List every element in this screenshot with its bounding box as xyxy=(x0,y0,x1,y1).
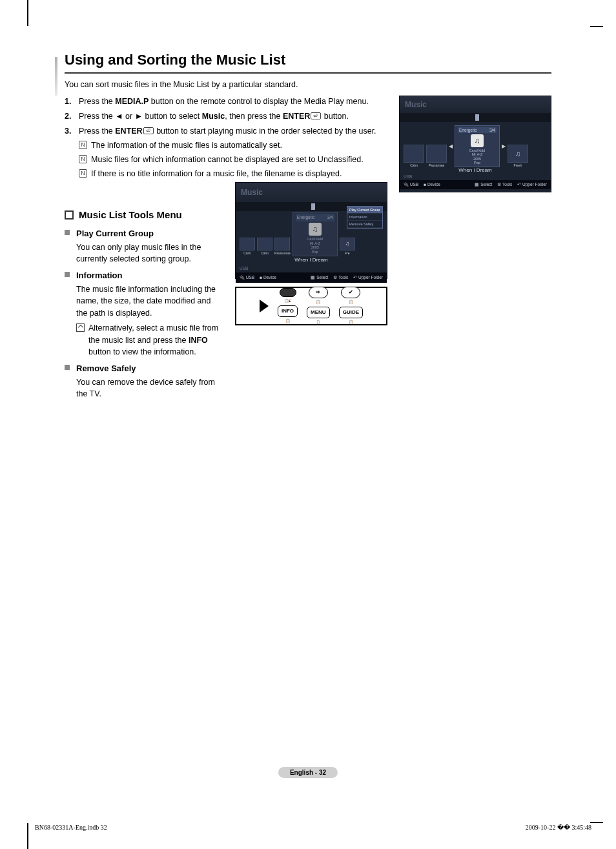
sub-title: Remove Safely xyxy=(76,362,223,375)
side-strip xyxy=(55,57,57,96)
remote-button xyxy=(341,287,360,298)
note-line: N The information of the music files is … xyxy=(79,139,387,152)
step-number: 1. xyxy=(65,96,79,108)
shot-header: Music xyxy=(236,183,387,202)
crop-mark xyxy=(27,823,28,849)
thumb xyxy=(426,145,447,163)
page-number-badge: English - 32 xyxy=(278,767,338,778)
enter-icon xyxy=(143,127,154,134)
shot-bar xyxy=(400,113,551,122)
song-name: When I Dream xyxy=(400,167,551,173)
shot-header: Music xyxy=(400,96,551,113)
thumb: ♫ xyxy=(340,238,355,251)
center-card: Energetic3/4 ♫ Carol kidd Mr A-Z 2005 Po… xyxy=(455,125,500,167)
screenshot-music-list: Music Calm Passionate ◀ Energetic3/4 ♫ xyxy=(399,96,551,192)
guide-button: GUIDE xyxy=(339,307,363,318)
subsection-play-current-group: Play Current Group You can only play mus… xyxy=(65,227,223,265)
print-footer: BN68-02331A-Eng.indb 32 2009-10-22 �� 3:… xyxy=(35,824,591,831)
sub-text: You can only play music files in the cur… xyxy=(76,241,223,266)
tip-icon xyxy=(76,323,85,332)
bullet-icon xyxy=(65,272,70,277)
shot-body: Calm Passionate ◀ Energetic3/4 ♫ Carol k… xyxy=(400,122,551,169)
step-text: Press the ◄ or ► button to select Music,… xyxy=(79,110,387,123)
note-icon: N xyxy=(79,141,87,149)
section-header: Music List Tools Menu xyxy=(65,208,223,223)
song-name: When I Dream xyxy=(236,256,387,264)
sub-text: The music file information including the… xyxy=(76,283,223,320)
sub-title: Information xyxy=(76,269,223,282)
remote-button: ⇨ xyxy=(309,287,328,298)
shot-footer: 🔌 USB ■ Device ▦ Select ⚙ Tools ↶ Upper … xyxy=(400,180,551,189)
usb-label: USB xyxy=(400,173,551,180)
music-icon: ♫ xyxy=(471,134,484,147)
steps-list: 1. Press the MEDIA.P button on the remot… xyxy=(65,96,387,137)
page-content: Using and Sorting the Music List You can… xyxy=(65,52,551,784)
subsection-remove-safely: Remove Safely You can remove the device … xyxy=(65,362,223,400)
menu-item: Play Current Group xyxy=(347,207,382,214)
thumb xyxy=(404,145,424,163)
section-title: Music List Tools Menu xyxy=(79,208,182,223)
screenshot-music-tools: Music Calm Calm xyxy=(235,182,387,279)
shot-footer: 🔌 USB ■ Device ▦ Select ⚙ Tools ↶ Upper … xyxy=(236,272,387,283)
step-2: 2. Press the ◄ or ► button to select Mus… xyxy=(65,110,387,123)
crop-mark xyxy=(590,26,603,27)
step-text: Press the MEDIA.P button on the remote c… xyxy=(79,96,387,108)
thumb xyxy=(240,238,255,251)
right-column: Music Calm Passionate ◀ Energetic3/4 ♫ xyxy=(399,96,551,402)
tools-menu-popup: Play Current Group Information Remove Sa… xyxy=(347,206,383,229)
usb-label: USB xyxy=(236,264,387,273)
right-column-lower: Music Calm Calm xyxy=(235,182,387,402)
note-icon: N xyxy=(79,155,87,163)
info-button: INFO xyxy=(278,305,298,317)
title-wrap: Using and Sorting the Music List xyxy=(65,52,551,74)
chevron-left-icon: ◀ xyxy=(449,143,453,149)
thumb: ♫ xyxy=(508,145,528,163)
step-number: 2. xyxy=(65,110,79,123)
sub-text: You can remove the device safely from th… xyxy=(76,376,223,401)
step-number: 3. xyxy=(65,125,79,138)
subsection-information: Information The music file information i… xyxy=(65,269,223,358)
step-notes: N The information of the music files is … xyxy=(79,139,387,179)
left-column: 1. Press the MEDIA.P button on the remot… xyxy=(65,96,387,402)
chevron-right-icon: ▶ xyxy=(502,143,506,149)
note-line: N Music files for which information cann… xyxy=(79,154,387,166)
thumb xyxy=(274,238,290,251)
sub-note: Alternatively, select a music file from … xyxy=(76,322,223,358)
note-icon: N xyxy=(79,169,87,178)
step-1: 1. Press the MEDIA.P button on the remot… xyxy=(65,96,387,108)
step-text: Press the ENTER button to start playing … xyxy=(79,125,387,138)
intro-text: You can sort music files in the Music Li… xyxy=(65,80,551,89)
note-line: N If there is no title information for a… xyxy=(79,168,387,180)
print-timestamp: 2009-10-22 �� 3:45:48 xyxy=(526,824,591,831)
arrow-icon xyxy=(260,300,269,312)
bullet-icon xyxy=(65,230,70,235)
center-card: Energetic3/4 ♫ Carol kidd Mr A-Z 2005 Po… xyxy=(293,212,338,256)
thumb xyxy=(257,238,272,251)
remote-diagram: 📋£ INFO 📋 ⇨ 📋 MENU ⎕ 📋 xyxy=(235,287,387,325)
menu-item: Information xyxy=(347,214,382,221)
enter-icon xyxy=(311,112,321,119)
crop-mark xyxy=(590,822,603,823)
crop-mark xyxy=(27,0,28,26)
page-title: Using and Sorting the Music List xyxy=(65,52,551,68)
section-icon xyxy=(65,210,74,220)
remote-button xyxy=(280,288,296,297)
menu-button: MENU xyxy=(307,307,330,318)
menu-item: Remove Safely xyxy=(347,221,382,228)
sub-title: Play Current Group xyxy=(76,227,223,240)
music-icon: ♫ xyxy=(309,223,322,236)
bullet-icon xyxy=(65,365,70,370)
step-3: 3. Press the ENTER button to start playi… xyxy=(65,125,387,138)
print-file: BN68-02331A-Eng.indb 32 xyxy=(35,824,107,831)
